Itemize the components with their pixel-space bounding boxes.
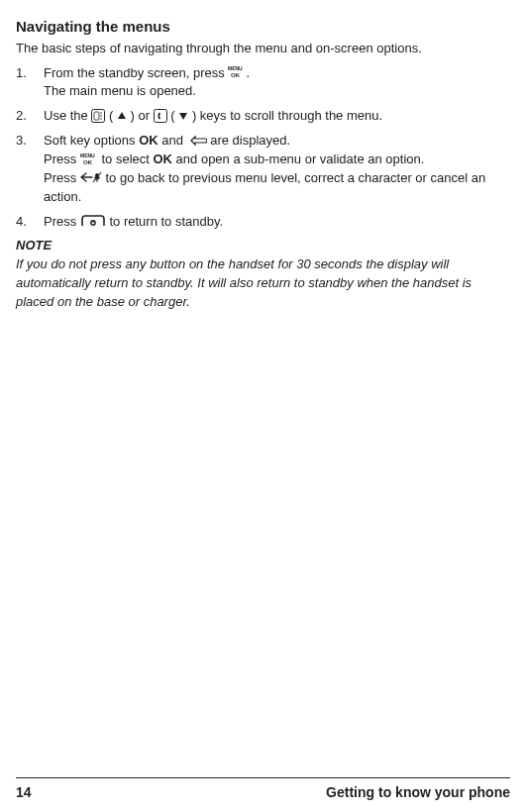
step-text: Press: [44, 152, 80, 166]
step-text: to go back to previous menu level, corre…: [44, 170, 485, 204]
step-text: ) keys to scroll through the menu.: [188, 108, 382, 123]
contacts-key-icon: [91, 109, 105, 123]
back-mute-icon: [80, 170, 102, 184]
svg-text:MENU: MENU: [80, 152, 95, 158]
down-arrow-icon: [178, 111, 188, 121]
note-heading: NOTE: [16, 237, 510, 255]
up-arrow-icon: [117, 111, 127, 121]
back-key-icon: [187, 135, 207, 147]
step-text: From the standby screen, press: [44, 65, 228, 80]
step-text: Soft key options: [44, 133, 139, 148]
note-body: If you do not press any button on the ha…: [16, 255, 510, 312]
menu-ok-icon: MENUOK: [228, 65, 246, 79]
svg-rect-2: [92, 109, 105, 122]
step-3: Soft key options OK and are displayed. P…: [16, 132, 510, 206]
step-2: Use the ( ) or ( ) keys to scroll throug…: [16, 107, 510, 126]
redial-key-icon: [154, 109, 167, 123]
page-number: 14: [16, 782, 32, 802]
svg-marker-7: [118, 112, 126, 119]
step-text: and: [158, 133, 187, 148]
step-text: (: [105, 108, 117, 123]
intro-text: The basic steps of navigating through th…: [16, 40, 510, 58]
step-text: (: [167, 108, 179, 123]
section-heading: Navigating the menus: [16, 16, 510, 38]
section-name: Getting to know your phone: [326, 782, 510, 802]
ok-label: OK: [153, 152, 172, 166]
step-text: Press: [44, 170, 80, 185]
svg-text:OK: OK: [231, 72, 241, 78]
step-text: Press: [44, 214, 80, 229]
step-1: From the standby screen, press MENUOK. T…: [16, 64, 510, 102]
step-text: and open a sub-menu or validate an optio…: [172, 152, 424, 166]
step-text: to select: [98, 152, 154, 166]
ok-label: OK: [139, 133, 158, 148]
step-text: The main menu is opened.: [44, 83, 196, 98]
step-text: Use the: [44, 108, 91, 123]
steps-list: From the standby screen, press MENUOK. T…: [16, 64, 510, 232]
step-text: to return to standby.: [106, 214, 223, 229]
step-text: are displayed.: [207, 133, 291, 148]
step-4: Press to return to standby.: [16, 213, 510, 232]
end-call-icon: [80, 214, 106, 228]
svg-marker-9: [179, 113, 187, 120]
svg-rect-8: [154, 109, 166, 122]
svg-text:MENU: MENU: [228, 65, 243, 71]
step-text: ) or: [127, 108, 154, 123]
page-footer: 14 Getting to know your phone: [16, 777, 510, 802]
step-text: .: [246, 65, 250, 80]
menu-ok-icon: MENUOK: [80, 152, 98, 166]
svg-rect-3: [94, 112, 99, 120]
svg-text:OK: OK: [83, 159, 93, 165]
